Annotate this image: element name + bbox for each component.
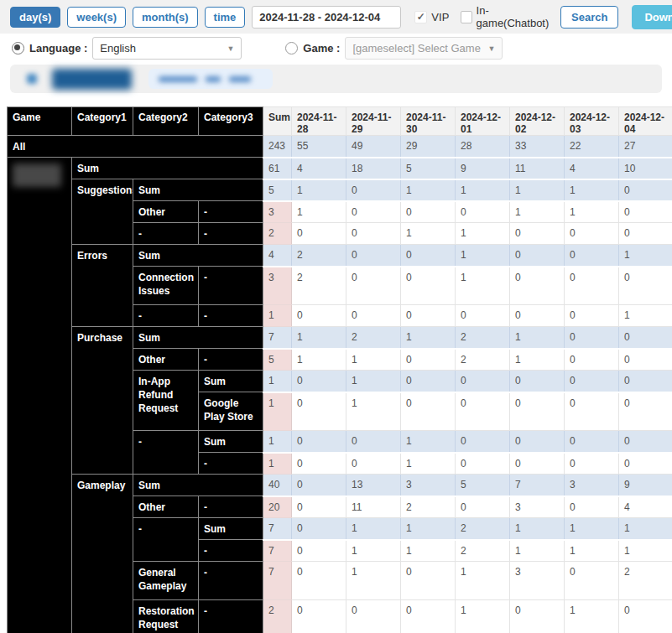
value-cell: 0 (510, 267, 565, 305)
value-cell: 2 (456, 518, 510, 540)
value-cell: 0 (292, 453, 346, 475)
header-cell-sum: Sum (263, 107, 292, 136)
category-cell: Purchase (72, 327, 133, 475)
category-cell: - (133, 518, 199, 562)
value-cell: 4 (292, 158, 346, 179)
value-cell: 2 (456, 327, 510, 349)
ingame-checkbox[interactable]: ✓ In-game(Chatbot) (461, 4, 550, 29)
value-cell: 7 (510, 475, 565, 496)
period-button-weeks[interactable]: week(s) (67, 7, 126, 28)
value-cell: 1 (456, 562, 510, 600)
value-cell: 0 (565, 562, 619, 600)
period-button-time[interactable]: time (205, 7, 246, 28)
date-range-input[interactable] (252, 6, 401, 29)
header-cell-2024-12-01: 2024-12-01 (456, 107, 510, 136)
value-cell: 0 (292, 600, 346, 633)
value-cell: 0 (619, 453, 672, 475)
value-cell: 1 (565, 540, 619, 562)
value-cell: 22 (565, 136, 619, 158)
value-cell: 0 (401, 392, 456, 431)
language-radio[interactable] (12, 42, 24, 54)
header-cell-category3: Category3 (199, 107, 263, 136)
category-cell: Connection Issues (133, 267, 199, 305)
value-cell: 0 (619, 223, 672, 245)
top-toolbar: day(s)week(s)month(s)time ✓ VIP ✓ In-gam… (0, 0, 672, 34)
value-cell: 0 (292, 562, 346, 600)
value-cell: 3 (565, 475, 619, 496)
search-button[interactable]: Search (560, 6, 618, 29)
value-cell: 0 (401, 349, 456, 371)
value-cell: 0 (346, 201, 401, 223)
value-cell: 0 (619, 431, 672, 453)
ingame-checkbox-box[interactable]: ✓ (461, 11, 471, 23)
game-select[interactable]: [gameselect] Select Game ▼ (345, 37, 503, 60)
filter-row: Language : English ▼ Game : [gameselect]… (0, 34, 672, 63)
value-cell: 0 (565, 245, 619, 267)
language-select[interactable]: English ▼ (92, 37, 242, 60)
value-cell: 1 (456, 267, 510, 305)
category-cell: All (8, 136, 263, 158)
game-name-redacted (13, 163, 61, 187)
period-button-days[interactable]: day(s) (10, 7, 60, 28)
game-label: Game : (303, 42, 340, 54)
value-cell: 5 (401, 158, 456, 179)
value-cell: 0 (619, 201, 672, 223)
category-cell: Gameplay (72, 475, 133, 633)
value-cell: 0 (565, 496, 619, 518)
redacted-text (206, 76, 221, 82)
sum-cell: 7 (263, 540, 292, 562)
value-cell: 0 (510, 453, 565, 475)
value-cell: 1 (346, 562, 401, 600)
value-cell: 1 (401, 540, 456, 562)
value-cell: 11 (346, 496, 401, 518)
category-cell: - (133, 305, 199, 327)
sum-cell: 61 (263, 158, 292, 179)
ingame-label: In-game(Chatbot) (477, 4, 550, 29)
value-cell: 9 (619, 475, 672, 496)
value-cell: 0 (401, 371, 456, 392)
sum-cell: 4 (263, 245, 292, 267)
value-cell: 0 (456, 201, 510, 223)
game-radio[interactable] (285, 42, 298, 54)
sum-cell: 2 (263, 600, 292, 633)
period-button-months[interactable]: month(s) (133, 7, 198, 28)
value-cell: 1 (401, 453, 456, 475)
chevron-down-icon: ▼ (227, 44, 234, 53)
value-cell: 0 (565, 392, 619, 431)
value-cell: 1 (619, 305, 672, 327)
value-cell: 5 (456, 475, 510, 496)
sum-cell: 1 (263, 431, 292, 453)
download-button[interactable]: Download (632, 5, 672, 29)
vip-label: VIP (431, 11, 449, 23)
value-cell: 0 (565, 349, 619, 371)
value-cell: 1 (346, 371, 401, 392)
value-cell: 1 (565, 600, 619, 633)
sum-cell: 7 (263, 518, 292, 540)
value-cell: 0 (456, 453, 510, 475)
value-cell: 0 (456, 431, 510, 453)
value-cell: 4 (619, 496, 672, 518)
header-cell-2024-12-02: 2024-12-02 (510, 107, 565, 136)
language-select-value: English (100, 42, 136, 54)
value-cell: 1 (292, 327, 346, 349)
value-cell: 27 (619, 136, 672, 158)
sum-cell: 40 (263, 475, 292, 496)
redacted-button-group[interactable] (148, 69, 273, 89)
value-cell: 33 (510, 136, 565, 158)
vip-checkbox[interactable]: ✓ VIP (414, 11, 449, 23)
value-cell: 0 (401, 600, 456, 633)
value-cell: 0 (292, 305, 346, 327)
value-cell: 0 (346, 600, 401, 633)
vip-checkbox-box[interactable]: ✓ (414, 11, 427, 23)
value-cell: 0 (456, 371, 510, 392)
value-cell: 1 (292, 179, 346, 201)
value-cell: 1 (510, 540, 565, 562)
value-cell: 1 (456, 179, 510, 201)
value-cell: 1 (619, 245, 672, 267)
value-cell: 0 (565, 305, 619, 327)
sum-cell: 5 (263, 349, 292, 371)
category-cell: Sum (133, 475, 263, 496)
redacted-primary-button[interactable] (52, 69, 132, 90)
value-cell: 0 (401, 245, 456, 267)
value-cell: 0 (401, 267, 456, 305)
